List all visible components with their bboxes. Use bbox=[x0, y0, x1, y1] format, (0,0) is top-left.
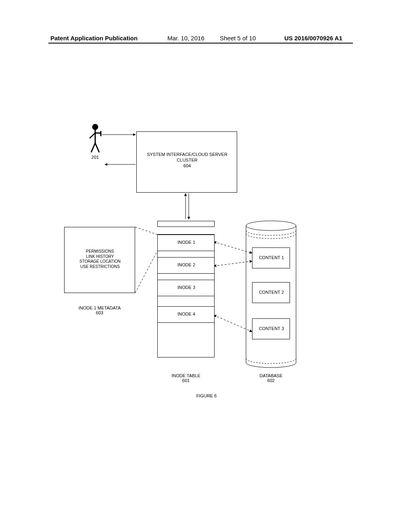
metadata-storage-location: STORAGE LOCATION bbox=[65, 259, 136, 264]
inode-row-4-label: INODE 4 bbox=[158, 312, 215, 317]
svg-line-6 bbox=[95, 143, 99, 152]
svg-line-5 bbox=[91, 143, 95, 152]
inode-row-4: INODE 4 bbox=[157, 306, 215, 323]
system-line1: SYSTEM INTERFACE/CLOUD SERVER bbox=[137, 152, 238, 158]
page: Patent Application Publication Mar. 10, … bbox=[0, 0, 413, 532]
content-3-label: CONTENT 3 bbox=[252, 326, 290, 332]
publication-number: US 2016/0070926 A1 bbox=[284, 35, 342, 42]
svg-line-16 bbox=[214, 315, 252, 332]
svg-line-15 bbox=[214, 261, 252, 266]
inode1-metadata-box: PERMISSIONS LINK HISTORY STORAGE LOCATIO… bbox=[64, 227, 135, 293]
svg-point-11 bbox=[246, 221, 296, 231]
system-interface-box: SYSTEM INTERFACE/CLOUD SERVER CLUSTER 60… bbox=[136, 131, 237, 193]
inode-row-3-label: INODE 3 bbox=[158, 285, 215, 291]
metadata-permissions: PERMISSIONS bbox=[65, 249, 136, 254]
inode-table-caption-title: INODE TABLE bbox=[157, 373, 215, 378]
inode-row-1: INODE 1 bbox=[157, 235, 215, 251]
svg-line-14 bbox=[214, 242, 252, 253]
svg-line-2 bbox=[90, 133, 95, 138]
svg-line-12 bbox=[135, 227, 157, 235]
user-ref: 201 bbox=[90, 155, 100, 160]
content-1-label: CONTENT 1 bbox=[252, 255, 290, 261]
inode-row-3: INODE 3 bbox=[157, 280, 215, 296]
metadata-caption-ref: 603 bbox=[64, 310, 135, 315]
content-2-label: CONTENT 2 bbox=[252, 290, 290, 295]
database-caption-title: DATABASE bbox=[246, 373, 296, 378]
publication-label: Patent Application Publication bbox=[50, 35, 138, 42]
inode-table-caption: INODE TABLE 601 bbox=[157, 373, 215, 383]
inode-table-caption-ref: 601 bbox=[157, 378, 215, 383]
inode-row-2-label: INODE 2 bbox=[158, 262, 215, 268]
sheet-number: Sheet 5 of 10 bbox=[220, 35, 256, 42]
metadata-link-history: LINK HISTORY bbox=[65, 254, 136, 260]
database-caption-ref: 602 bbox=[246, 378, 296, 383]
inode-table-top-band bbox=[157, 227, 215, 235]
system-ref: 604 bbox=[137, 163, 238, 169]
publication-date: Mar. 10, 2016 bbox=[167, 35, 204, 42]
content-1-box: CONTENT 1 bbox=[252, 247, 290, 268]
figure-caption: FIGURE 6 bbox=[0, 393, 413, 398]
content-2-box: CONTENT 2 bbox=[252, 282, 290, 303]
metadata-caption-title: INODE 1 METADATA bbox=[64, 305, 135, 310]
svg-point-0 bbox=[93, 125, 98, 129]
svg-line-13 bbox=[135, 251, 157, 293]
metadata-use-restrictions: USE RESTRICTIONS bbox=[65, 264, 136, 270]
content-3-box: CONTENT 3 bbox=[252, 318, 290, 339]
inode-row-2: INODE 2 bbox=[157, 257, 215, 274]
system-line2: CLUSTER bbox=[137, 158, 238, 163]
database-caption: DATABASE 602 bbox=[246, 373, 296, 383]
inode-table-bottom-band bbox=[157, 357, 215, 365]
metadata-caption: INODE 1 METADATA 603 bbox=[64, 305, 135, 315]
user-icon bbox=[90, 125, 101, 152]
header-divider bbox=[48, 43, 353, 44]
inode-row-1-label: INODE 1 bbox=[158, 240, 215, 245]
